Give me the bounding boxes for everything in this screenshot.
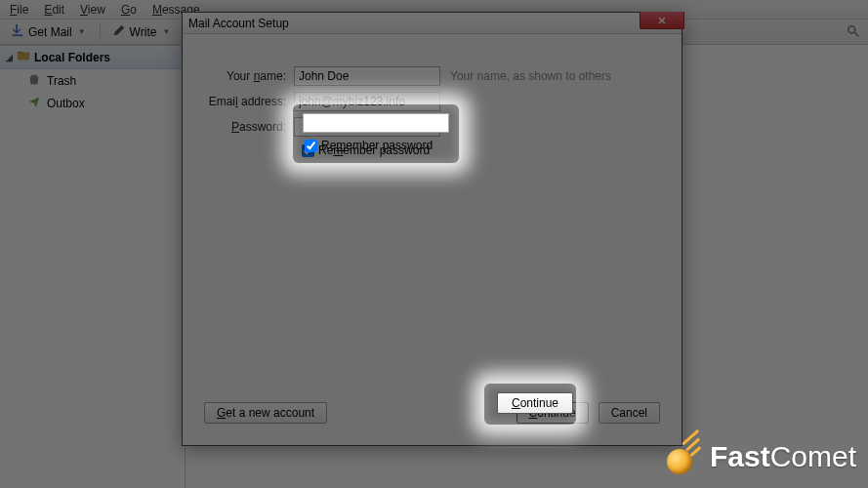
mail-account-setup-dialog: Mail Account Setup Your name:Your name: … — [182, 12, 682, 446]
comet-icon — [663, 437, 702, 476]
write-label: Write — [130, 25, 157, 39]
row-your-name: Your name:Your name: Your name, as shown… — [204, 63, 660, 89]
your-name-field[interactable] — [294, 66, 440, 86]
chevron-down-icon[interactable]: ▼ — [160, 27, 172, 36]
sidebar-header-label: Local Folders — [34, 51, 110, 64]
pencil-icon — [112, 23, 126, 40]
download-icon — [11, 23, 24, 40]
remember-password-label-highlighted: Remember password — [321, 139, 433, 152]
folder-sidebar: ◢ Local Folders Trash Outbox — [0, 45, 186, 488]
trash-icon — [27, 72, 41, 89]
sidebar-item-label: Outbox — [47, 97, 85, 110]
close-icon — [658, 14, 666, 27]
dialog-titlebar[interactable]: Mail Account Setup — [183, 13, 682, 34]
write-button[interactable]: Write ▼ — [105, 20, 180, 43]
get-new-account-button[interactable]: Get a new accountGet a new account — [204, 402, 327, 424]
chevron-down-icon[interactable]: ▼ — [76, 27, 88, 36]
password-field-highlighted[interactable] — [303, 113, 449, 133]
svg-rect-0 — [13, 34, 23, 36]
email-field[interactable] — [294, 92, 440, 111]
toolbar-separator — [100, 23, 101, 41]
continue-button-highlighted[interactable]: Continue — [497, 392, 573, 414]
watermark-text: FastComet — [710, 440, 856, 473]
dialog-title: Mail Account Setup — [188, 17, 289, 30]
sidebar-item-outbox[interactable]: Outbox — [0, 92, 185, 114]
menu-view[interactable]: ViewView — [74, 1, 111, 19]
tree-toggle-icon[interactable]: ◢ — [6, 53, 13, 62]
outbox-icon — [27, 95, 41, 111]
sidebar-item-trash[interactable]: Trash — [0, 69, 185, 92]
sidebar-item-label: Trash — [47, 74, 76, 88]
menu-file[interactable]: FFileile — [4, 1, 34, 19]
sidebar-local-folders[interactable]: ◢ Local Folders — [0, 45, 185, 69]
svg-rect-5 — [18, 52, 22, 55]
svg-line-3 — [854, 32, 858, 36]
menu-go[interactable]: GoGo — [115, 1, 143, 19]
dialog-button-row: Get a new accountGet a new account Conti… — [204, 402, 660, 424]
email-label: Email address:Email address: — [204, 95, 294, 108]
password-label: Password:Password: — [204, 120, 294, 134]
menu-edit[interactable]: EditEdit — [38, 1, 70, 19]
your-name-hint: Your name, as shown to others — [450, 69, 611, 83]
row-email: Email address:Email address: — [204, 89, 660, 114]
get-mail-label: Get Mail — [28, 25, 72, 39]
folder-icon — [17, 49, 30, 65]
svg-point-2 — [848, 26, 855, 33]
cancel-button[interactable]: Cancel — [599, 402, 660, 424]
get-mail-button[interactable]: Get Mail ▼ — [4, 20, 95, 43]
search-icon[interactable] — [847, 24, 860, 41]
your-name-label: Your name:Your name: — [204, 69, 294, 83]
remember-password-checkbox-highlighted[interactable] — [305, 140, 317, 152]
fastcomet-watermark: FastComet — [663, 437, 856, 476]
dialog-close-button[interactable] — [640, 12, 684, 29]
